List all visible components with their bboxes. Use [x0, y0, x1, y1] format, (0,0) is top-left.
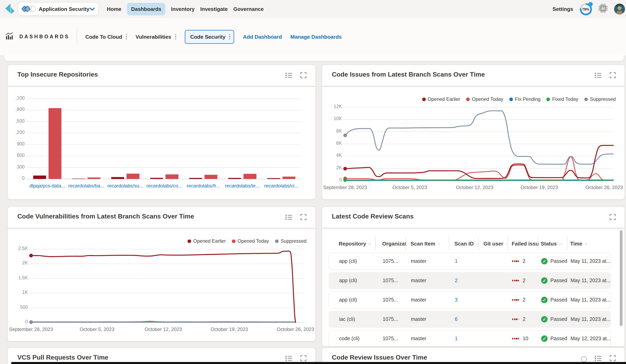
series-start-dot — [343, 133, 347, 137]
table-row: app (cli)1075...master12✓PassedMay 11, 2… — [329, 253, 611, 270]
column-divider — [567, 236, 567, 250]
repository-link[interactable]: dlpqa/pcs-data... — [29, 183, 65, 189]
y-tick-label: 300 — [7, 164, 25, 169]
product-selector[interactable]: Application Security — [18, 2, 99, 16]
kebab-menu-icon[interactable] — [175, 34, 176, 39]
dashboards-bar: DASHBOARDS Code To Cloud Vulnerabilities… — [0, 18, 626, 55]
table-scrollbar[interactable] — [620, 230, 623, 326]
x-axis-label: October 5, 2023 — [392, 185, 427, 190]
sort-icon[interactable]: ↓↑ — [584, 241, 587, 246]
top-nav-right: Settings 78% AI — [552, 0, 625, 18]
dashboard-tab-code-security-selected[interactable]: Code Security — [185, 30, 235, 44]
top-nav: Application Security Home Dashboards Inv… — [0, 0, 626, 18]
bar[interactable] — [243, 174, 256, 179]
failed-issues-dots-icon — [512, 280, 519, 281]
y-tick-label: 1.5K — [8, 275, 28, 280]
progress-value: 78% — [581, 5, 590, 13]
card-vcs-pull-requests-over-time: VCS Pull Requests Over Time — [7, 347, 316, 364]
expand-icon[interactable] — [300, 355, 307, 363]
scan-id-link[interactable]: 6 — [455, 311, 458, 327]
bar[interactable] — [49, 108, 62, 179]
y-tick-label: 1K — [8, 290, 28, 295]
nav-governance[interactable]: Governance — [233, 6, 264, 12]
sort-icon[interactable]: ↓↑ — [368, 241, 371, 246]
y-tick-label: 4K — [323, 153, 342, 158]
loading-spinner-icon — [581, 356, 587, 362]
bar[interactable] — [165, 174, 178, 179]
sort-icon[interactable]: ↓↑ — [559, 241, 562, 246]
kebab-menu-icon[interactable] — [126, 34, 127, 39]
x-axis-label: September 28, 2023 — [9, 327, 53, 332]
kebab-menu-icon[interactable] — [229, 34, 231, 39]
line-chart: 05001K1.5K2K2.5KSeptember 28, 2023Octobe… — [8, 207, 315, 341]
prisma-cloud-logo[interactable] — [4, 3, 14, 16]
nav-home[interactable]: Home — [107, 6, 121, 12]
nav-dashboards[interactable]: Dashboards — [127, 3, 165, 15]
bar[interactable] — [150, 178, 163, 179]
card-code-review-issues-over-time: Code Review Issues Over Time — [322, 347, 625, 364]
scan-id-link[interactable]: 1 — [455, 330, 458, 347]
scan-id-link[interactable]: 3 — [455, 292, 458, 308]
expand-icon[interactable] — [610, 355, 616, 363]
series-start-dot — [343, 178, 347, 182]
repository-link[interactable]: recardolabs/su... — [108, 183, 143, 189]
y-tick-label: 2K — [323, 165, 342, 170]
y-tick-label: 0 — [323, 177, 342, 182]
x-axis-label: October 12, 2023 — [145, 327, 182, 332]
x-axis-label: October 5, 2023 — [80, 327, 114, 332]
y-tick-label: ,100 — [7, 96, 25, 100]
bar[interactable] — [204, 175, 217, 179]
y-tick-label: 6K — [323, 141, 342, 146]
x-axis-label: October 19, 2023 — [210, 327, 248, 332]
bar[interactable] — [267, 178, 280, 179]
bar[interactable] — [87, 177, 100, 179]
list-view-icon[interactable] — [595, 355, 602, 363]
table-row: app (cli)1075...master22✓PassedMay 11, 2… — [329, 272, 611, 289]
bar[interactable] — [111, 177, 124, 179]
repository-link[interactable]: recardolabs/ba... — [68, 183, 104, 189]
passed-check-icon: ✓ — [541, 335, 548, 342]
y-tick-label: 0 — [8, 319, 28, 324]
series-line-opened-earlier — [31, 251, 296, 322]
repository-link[interactable]: recardolabs/co... — [146, 183, 182, 189]
product-name: Application Security — [39, 6, 89, 12]
bar[interactable] — [72, 179, 85, 179]
avatar[interactable] — [614, 4, 625, 14]
list-view-icon[interactable] — [285, 355, 292, 363]
manage-dashboards-link[interactable]: Manage Dashboards — [290, 34, 342, 40]
divider — [77, 29, 77, 44]
y-tick-label: 0 — [7, 176, 25, 181]
bar[interactable] — [33, 176, 46, 179]
column-divider — [375, 236, 376, 250]
repository-link[interactable]: recardolabs/ci... — [264, 183, 298, 189]
nav-settings[interactable]: Settings — [552, 6, 573, 12]
scan-id-link[interactable]: 2 — [455, 272, 458, 289]
column-header-time[interactable]: Time↓↑ — [570, 238, 587, 249]
scan-id-link[interactable]: 1 — [455, 253, 458, 269]
dashboard-tab-code-to-cloud[interactable]: Code To Cloud — [85, 34, 127, 40]
bar[interactable] — [282, 177, 295, 179]
sort-icon[interactable]: ↓↑ — [437, 241, 440, 246]
svg-text:AI: AI — [601, 7, 605, 10]
passed-check-icon: ✓ — [541, 277, 548, 284]
column-divider — [478, 236, 479, 250]
ai-chip-icon[interactable]: AI — [598, 4, 607, 14]
bar[interactable] — [189, 178, 202, 179]
dashboard-tab-vulnerabilities[interactable]: Vulnerabilities — [136, 34, 176, 40]
bar[interactable] — [127, 174, 140, 179]
progress-ring[interactable]: 78% — [580, 3, 592, 15]
nav-investigate[interactable]: Investigate — [200, 6, 228, 12]
bar-chart-icon — [6, 32, 13, 41]
repository-link[interactable]: recardolabs/fr... — [187, 183, 220, 189]
add-dashboard-link[interactable]: Add Dashboard — [243, 34, 282, 40]
column-header-scan-id[interactable]: Scan ID↓↑ — [454, 238, 479, 249]
nav-inventory[interactable]: Inventory — [171, 6, 195, 12]
column-header-git-user[interactable]: Git user↓↑ — [483, 238, 508, 249]
column-header-scan-item[interactable]: Scan Item↓↑ — [410, 238, 440, 249]
column-divider — [538, 236, 538, 250]
repository-link[interactable]: recardolabs/te... — [225, 183, 260, 189]
column-header-repository[interactable]: Repository↓↑ — [339, 238, 371, 249]
x-axis-label: October 26, 2023 — [586, 185, 623, 190]
column-header-status[interactable]: Status↓↑ — [541, 238, 562, 249]
bar[interactable] — [228, 178, 241, 179]
